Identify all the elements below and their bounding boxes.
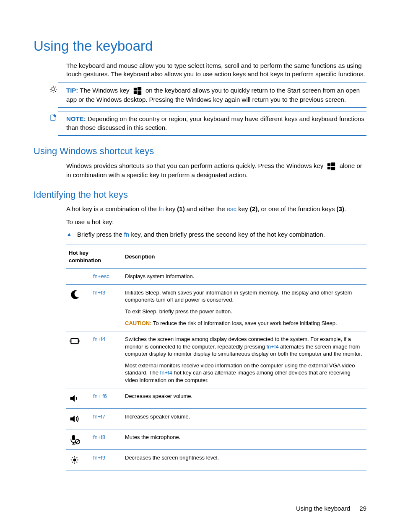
text: Mutes the microphone. bbox=[125, 434, 180, 440]
hotkey-combo: fn+f3 bbox=[91, 284, 122, 331]
row-icon-cell bbox=[66, 284, 91, 331]
combo-part: f9 bbox=[101, 455, 105, 461]
svg-line-6 bbox=[55, 91, 56, 92]
key-ref: fn+f4 bbox=[160, 369, 172, 376]
row-icon-cell bbox=[66, 331, 91, 388]
table-row: fn+f3Initiates Sleep, which saves your i… bbox=[66, 284, 366, 331]
desc-para: To exit Sleep, briefly press the power b… bbox=[125, 308, 364, 315]
note-label: NOTE: bbox=[66, 115, 86, 122]
hotkeys-intro2: To use a hot key: bbox=[66, 218, 366, 226]
hotkey-combo: fn+f9 bbox=[91, 450, 122, 470]
text: key bbox=[236, 205, 250, 212]
text: and either the bbox=[185, 205, 227, 212]
hotkey-combo: fn+ f6 bbox=[91, 388, 122, 409]
hotkey-description: Decreases speaker volume. bbox=[122, 388, 366, 409]
hotkey-description: Increases speaker volume. bbox=[122, 409, 366, 429]
table-row: fn+escDisplays system information. bbox=[66, 269, 366, 285]
hotkey-description: Initiates Sleep, which saves your inform… bbox=[122, 284, 366, 331]
table-row: fn+ f6Decreases speaker volume. bbox=[66, 388, 366, 409]
hotkey-description: Mutes the microphone. bbox=[122, 429, 366, 450]
combo-part: f8 bbox=[101, 434, 105, 440]
section-shortcut-title: Using Windows shortcut keys bbox=[34, 145, 366, 158]
table-row: fn+f8Mutes the microphone. bbox=[66, 429, 366, 450]
svg-line-34 bbox=[76, 457, 77, 458]
table-row: fn+f7Increases speaker volume. bbox=[66, 409, 366, 429]
text: key bbox=[164, 205, 177, 212]
mic-mute-icon bbox=[69, 434, 81, 445]
tip-label: TIP: bbox=[66, 87, 78, 94]
combo-part: fn bbox=[93, 289, 98, 296]
combo-part: fn bbox=[93, 434, 98, 440]
combo-part: + bbox=[98, 393, 102, 399]
text: Briefly press the bbox=[77, 231, 124, 238]
table-row: fn+f4Switches the screen image among dis… bbox=[66, 331, 366, 388]
esc-key: esc bbox=[227, 205, 236, 212]
row-icon-cell bbox=[66, 409, 91, 429]
fn-key: fn bbox=[158, 205, 164, 212]
combo-part: f7 bbox=[101, 413, 105, 420]
hotkey-combo: fn+f4 bbox=[91, 331, 122, 388]
windows-key-icon bbox=[327, 162, 336, 171]
desc-para: Mutes the microphone. bbox=[125, 434, 364, 441]
bright-down-icon bbox=[69, 454, 81, 466]
desc-para: Most external monitors receive video inf… bbox=[125, 362, 364, 384]
combo-part: fn bbox=[93, 393, 98, 399]
svg-line-5 bbox=[51, 87, 52, 88]
desc-para: Decreases speaker volume. bbox=[125, 393, 364, 400]
text: Decreases the screen brightness level. bbox=[125, 455, 219, 461]
page-number: 29 bbox=[359, 505, 366, 512]
bullet-marker-icon: ▲ bbox=[66, 230, 77, 239]
svg-point-26 bbox=[73, 459, 76, 462]
combo-part: fn bbox=[93, 336, 98, 342]
vol-down-icon bbox=[69, 393, 81, 404]
svg-rect-11 bbox=[134, 91, 137, 94]
svg-point-0 bbox=[52, 88, 55, 91]
shortcuts-text: Windows provides shortcuts so that you c… bbox=[66, 162, 366, 179]
note-icon bbox=[49, 114, 57, 121]
shortcuts-before: Windows provides shortcuts so that you c… bbox=[66, 162, 323, 169]
bold: (3) bbox=[337, 205, 344, 212]
footer-text: Using the keyboard bbox=[296, 505, 350, 512]
desc-para: Increases speaker volume. bbox=[125, 413, 364, 421]
row-icon-cell bbox=[66, 450, 91, 470]
svg-rect-17 bbox=[331, 166, 335, 170]
svg-line-25 bbox=[76, 440, 79, 443]
text: Initiates Sleep, which saves your inform… bbox=[125, 289, 352, 303]
svg-rect-15 bbox=[331, 162, 335, 165]
row-icon-cell bbox=[66, 429, 91, 450]
caution-label: CAUTION: bbox=[125, 320, 152, 326]
hotkeys-intro: A hot key is a combination of the fn key… bbox=[66, 205, 366, 213]
svg-line-28 bbox=[76, 462, 77, 463]
page-title: Using the keyboard bbox=[34, 37, 366, 56]
row-icon-cell bbox=[66, 388, 91, 409]
svg-line-8 bbox=[55, 87, 56, 88]
tip-icon bbox=[49, 85, 57, 93]
hotkey-description: Displays system information. bbox=[122, 269, 366, 285]
hotkey-combo: fn+f7 bbox=[91, 409, 122, 429]
display-icon bbox=[69, 336, 81, 347]
svg-rect-21 bbox=[72, 435, 75, 440]
table-row: fn+f9Decreases the screen brightness lev… bbox=[66, 450, 366, 470]
combo-part: f4 bbox=[101, 336, 105, 342]
desc-para: Displays system information. bbox=[125, 273, 364, 280]
hotkey-combo: fn+f8 bbox=[91, 429, 122, 450]
desc-para: Switches the screen image among display … bbox=[125, 336, 364, 358]
desc-para: Initiates Sleep, which saves your inform… bbox=[125, 289, 364, 304]
combo-part: f6 bbox=[102, 393, 107, 399]
key-ref: fn+f4 bbox=[266, 343, 278, 350]
text: , or one of the function keys bbox=[257, 205, 336, 212]
text: A hot key is a combination of the bbox=[66, 205, 158, 212]
combo-part: fn bbox=[93, 455, 98, 461]
note-admonition: NOTE: Depending on the country or region… bbox=[58, 111, 366, 136]
text: To exit Sleep, briefly press the power b… bbox=[125, 308, 232, 315]
svg-rect-9 bbox=[134, 88, 137, 90]
svg-line-32 bbox=[72, 457, 73, 458]
row-icon-cell bbox=[66, 269, 91, 285]
hotkey-description: Switches the screen image among display … bbox=[122, 331, 366, 388]
svg-rect-18 bbox=[71, 338, 78, 343]
note-text: Depending on the country or region, your… bbox=[66, 115, 364, 131]
bullet-text: Briefly press the fn key, and then brief… bbox=[77, 230, 366, 239]
sleep-icon bbox=[69, 289, 81, 301]
svg-rect-16 bbox=[327, 166, 330, 169]
svg-line-30 bbox=[72, 462, 73, 463]
